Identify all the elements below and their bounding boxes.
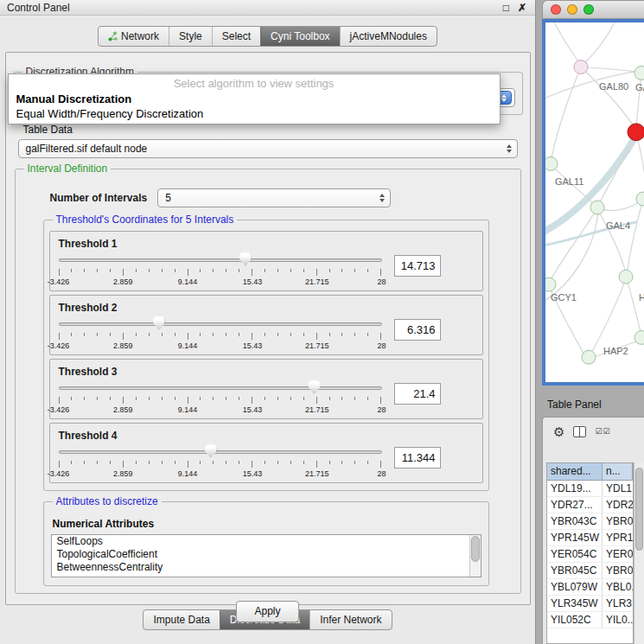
number-of-intervals-value: 5 [165,192,171,204]
network-edge [627,278,641,335]
control-panel-window: Control Panel □ ✗ NetworkStyleSelectCyni… [0,0,536,644]
attribute-list-item[interactable]: BetweennessCentrality [52,561,481,574]
node-label: H [639,292,644,303]
tab-style[interactable]: Style [169,27,212,46]
float-window-icon[interactable]: □ [503,2,509,14]
slider-thumb-icon[interactable] [309,380,320,394]
threshold-value-field[interactable]: 11.344 [394,447,441,469]
number-of-intervals-label: Number of Intervals [50,192,148,204]
close-window-icon[interactable]: ✗ [518,2,526,14]
table-row[interactable]: YBR043CYBR0... [547,513,633,530]
table-cell: YIL052C [547,612,603,628]
tab-cyni-toolbox[interactable]: Cyni Toolbox [260,27,339,46]
threshold-label: Threshold 2 [59,302,477,314]
window-title: Control Panel [7,2,70,14]
threshold-panel-2: Threshold 2-3.4262.8599.14415.4321.71528… [49,295,483,355]
network-node[interactable] [545,277,556,291]
checkbox-icons[interactable]: ☑☑ [595,427,610,436]
slider-ticks [59,461,382,468]
apply-button[interactable]: Apply [236,601,298,622]
slider-track[interactable] [59,322,382,326]
threshold-panel-4: Threshold 4-3.4262.8599.14415.4321.71528… [49,423,483,483]
tab-network[interactable]: Network [99,27,169,46]
combobox-arrows-icon [379,194,385,202]
numerical-attributes-list[interactable]: SelfLoopsTopologicalCoefficientBetweenne… [51,534,481,577]
table-cell: YDR2... [603,497,633,513]
table-cell: YBR045C [547,563,603,578]
network-node[interactable] [582,350,596,364]
threshold-slider[interactable]: -3.4262.8599.14415.4321.71528 [59,379,382,416]
table-row[interactable]: YIL052CYIL0... [547,612,633,628]
dropdown-prompt: Select algorithm to view settings [9,76,500,92]
slider-track[interactable] [59,386,382,390]
network-node[interactable] [574,61,588,74]
network-canvas[interactable]: GAL80GAGAL11GAL4GCY1HHAP2 [545,22,644,382]
attribute-list-item[interactable]: TopologicalCoefficient [52,548,481,561]
slider-thumb-icon[interactable] [153,316,164,330]
number-of-intervals-combobox[interactable]: 5 [157,188,391,207]
dropdown-item-equal-width-frequency[interactable]: Equal Width/Frequency Discretization [9,106,500,121]
network-window-titlebar[interactable] [542,0,644,19]
threshold-label: Threshold 3 [59,366,477,378]
dropdown-item-manual-discretization[interactable]: Manual Discretization [9,92,500,106]
table-row[interactable]: YBL079WYBL0... [547,579,633,596]
column-header-shared-name[interactable]: shared... [547,463,603,481]
table-row[interactable]: YDL19...YDL1... [547,481,633,497]
interval-definition-group: Interval Definition Number of Intervals … [15,169,521,594]
threshold-value-field[interactable]: 6.316 [394,319,441,341]
combobox-arrows-icon [507,144,512,153]
threshold-slider[interactable]: -3.4262.8599.14415.4321.71528 [59,443,382,480]
node-label: GAL4 [606,220,630,231]
tab-select[interactable]: Select [212,27,260,46]
table-cell: YPR1... [603,530,633,545]
right-pane: GAL80GAGAL11GAL4GCY1HHAP2 Table Panel ⚙ … [537,0,644,644]
table-scrollbar[interactable] [634,462,644,644]
table-row[interactable]: YBR045CYBR0... [547,563,633,579]
attributes-group-title: Attributes to discretize [53,495,162,507]
network-node[interactable] [545,157,558,171]
threshold-slider[interactable]: -3.4262.8599.14415.4321.71528 [59,252,382,288]
table-data-value: galFiltered.sif default node [26,143,148,155]
slider-track[interactable] [59,258,382,262]
table-row[interactable]: YDR27...YDR2... [547,497,633,513]
minimize-traffic-light-icon[interactable] [567,4,577,15]
table-cell: YLR345W [547,596,603,611]
table-row[interactable]: YER054CYER0... [547,546,633,563]
zoom-traffic-light-icon[interactable] [583,4,594,15]
threshold-value-field[interactable]: 21.4 [394,383,441,405]
scrollbar-thumb[interactable] [471,536,480,562]
network-node[interactable] [619,270,633,284]
threshold-value-field[interactable]: 14.713 [394,255,441,277]
gear-icon[interactable]: ⚙ [553,425,564,438]
network-edge [554,22,581,66]
network-node[interactable] [590,201,604,214]
top-tab-bar: NetworkStyleSelectCyni ToolboxjActiveMNo… [98,26,437,47]
attribute-list-item[interactable]: SelfLoops [52,535,481,548]
close-traffic-light-icon[interactable] [551,4,561,15]
network-node[interactable] [634,331,644,345]
network-node[interactable] [634,67,644,80]
list-scrollbar[interactable] [469,535,481,577]
content-panel: Discretization Algorithm Select algorith… [5,52,531,605]
network-node-selected[interactable] [628,124,644,141]
network-tab-icon [108,31,118,41]
table-scrollbar-thumb[interactable] [635,468,643,551]
threshold-slider[interactable]: -3.4262.8599.14415.4321.71528 [59,316,382,352]
table-row[interactable]: YPR145WYPR1... [547,530,633,546]
slider-thumb-icon[interactable] [239,252,251,266]
control-panel-titlebar[interactable]: Control Panel □ ✗ [0,0,535,16]
table-panel-title: Table Panel [547,399,602,411]
column-browser-icon[interactable] [573,426,586,437]
numerical-attributes-label: Numerical Attributes [53,518,483,530]
table-data-combobox[interactable]: galFiltered.sif default node [18,139,518,158]
table-row[interactable]: YLR345WYLR3... [547,596,633,612]
network-edge [545,207,598,305]
table-cell: YDL19... [547,481,603,496]
tab-jactivemnodules[interactable]: jActiveMNodules [340,27,437,46]
slider-thumb-icon[interactable] [205,444,216,458]
table-cell: YBR0... [603,513,633,529]
tab-label: jActiveMNodules [350,30,427,42]
column-header-name[interactable]: n... [603,463,633,481]
slider-ticks [59,269,382,276]
slider-track[interactable] [59,450,382,454]
